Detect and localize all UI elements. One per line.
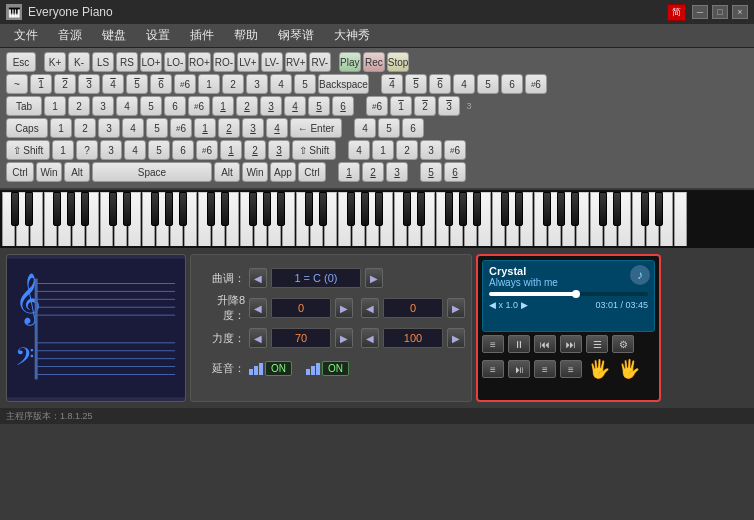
key-r2-3[interactable]: 3 [92, 96, 114, 116]
key-r2-sh6[interactable]: #6 [188, 96, 210, 116]
black-key[interactable] [543, 192, 551, 226]
key-alt-right[interactable]: Alt [214, 162, 240, 182]
key-app[interactable]: App [270, 162, 296, 182]
key-5b[interactable]: 5 [294, 74, 316, 94]
black-key[interactable] [277, 192, 285, 226]
black-key[interactable] [655, 192, 663, 226]
key-r4-rsh6[interactable]: #6 [444, 140, 466, 160]
key-r4-6[interactable]: 6 [172, 140, 194, 160]
key-rsh6[interactable]: #6 [525, 74, 547, 94]
black-key[interactable] [109, 192, 117, 226]
key-r5b[interactable]: 5 [477, 74, 499, 94]
key-alt-left[interactable]: Alt [64, 162, 90, 182]
black-key[interactable] [375, 192, 383, 226]
key-r3-4b[interactable]: 4 [266, 118, 288, 138]
black-key[interactable] [53, 192, 61, 226]
key-lvminus[interactable]: LV- [261, 52, 283, 72]
key-r4-2b[interactable]: 2 [244, 140, 266, 160]
menu-file[interactable]: 文件 [4, 25, 48, 46]
black-key[interactable] [221, 192, 229, 226]
key-rec[interactable]: Rec [363, 52, 385, 72]
player-pause-btn[interactable]: ⏸ [508, 335, 530, 353]
player-next-btn[interactable]: ⏭ [560, 335, 582, 353]
language-button[interactable]: 简 [667, 4, 686, 21]
key-rs[interactable]: RS [116, 52, 138, 72]
key-4[interactable]: 4 [102, 74, 124, 94]
key-kplus[interactable]: K+ [44, 52, 66, 72]
black-key[interactable] [319, 192, 327, 226]
key-r2-r3[interactable]: 3 [438, 96, 460, 116]
key-r3-1[interactable]: 1 [50, 118, 72, 138]
pitch2-left-arrow[interactable]: ◀ [361, 298, 379, 318]
key-r2-1b[interactable]: 1 [212, 96, 234, 116]
key-r5-2[interactable]: 2 [362, 162, 384, 182]
black-key[interactable] [81, 192, 89, 226]
minimize-button[interactable]: ─ [692, 5, 708, 19]
hand-right-icon[interactable]: 🖐 [616, 356, 642, 382]
player-settings-btn[interactable]: ⚙ [612, 335, 634, 353]
key-r5-6[interactable]: 6 [444, 162, 466, 182]
key-enter[interactable]: ← Enter [290, 118, 342, 138]
key-stop[interactable]: Stop [387, 52, 410, 72]
black-key[interactable] [459, 192, 467, 226]
key-rvplus[interactable]: RV+ [285, 52, 307, 72]
black-key[interactable] [179, 192, 187, 226]
key-r4-3b[interactable]: 3 [268, 140, 290, 160]
key-6[interactable]: 6 [150, 74, 172, 94]
key-r2-2b[interactable]: 2 [236, 96, 258, 116]
black-key[interactable] [473, 192, 481, 226]
key-sh6[interactable]: #6 [174, 74, 196, 94]
key-r2-6[interactable]: 6 [164, 96, 186, 116]
pitch1-left-arrow[interactable]: ◀ [249, 298, 267, 318]
key-1[interactable]: 1 [30, 74, 52, 94]
pitch1-right-arrow[interactable]: ▶ [335, 298, 353, 318]
key-ls[interactable]: LS [92, 52, 114, 72]
key-loplus[interactable]: LO+ [140, 52, 162, 72]
black-key[interactable] [613, 192, 621, 226]
sustain2-on[interactable]: ON [322, 361, 349, 376]
player-menu-btn[interactable]: ≡ [482, 335, 504, 353]
key-left-arrow[interactable]: ◀ [249, 268, 267, 288]
key-right-arrow[interactable]: ▶ [365, 268, 383, 288]
key-r4-5[interactable]: 5 [148, 140, 170, 160]
key-lominus[interactable]: LO- [164, 52, 186, 72]
key-r4[interactable]: 4 [381, 74, 403, 94]
key-r3-2b[interactable]: 2 [218, 118, 240, 138]
key-r2-5[interactable]: 5 [140, 96, 162, 116]
key-r3-r5[interactable]: 5 [378, 118, 400, 138]
key-tab[interactable]: Tab [6, 96, 42, 116]
menu-help[interactable]: 帮助 [224, 25, 268, 46]
black-key[interactable] [165, 192, 173, 226]
key-4b[interactable]: 4 [270, 74, 292, 94]
black-key[interactable] [11, 192, 19, 226]
key-r4-r2[interactable]: 2 [396, 140, 418, 160]
key-shift-left[interactable]: ⇧ Shift [6, 140, 50, 160]
menu-sheet[interactable]: 钢琴谱 [268, 25, 324, 46]
key-r3-sh6[interactable]: #6 [170, 118, 192, 138]
key-r2-4b[interactable]: 4 [284, 96, 306, 116]
key-5[interactable]: 5 [126, 74, 148, 94]
black-key[interactable] [445, 192, 453, 226]
key-r5[interactable]: 5 [405, 74, 427, 94]
black-key[interactable] [515, 192, 523, 226]
black-key[interactable] [123, 192, 131, 226]
key-r5-3[interactable]: 3 [386, 162, 408, 182]
vel2-right-arrow[interactable]: ▶ [447, 328, 465, 348]
key-r6b[interactable]: 6 [501, 74, 523, 94]
key-esc[interactable]: Esc [6, 52, 36, 72]
black-key[interactable] [263, 192, 271, 226]
key-r4-r4[interactable]: 4 [348, 140, 370, 160]
menu-master[interactable]: 大神秀 [324, 25, 380, 46]
key-1b[interactable]: 1 [198, 74, 220, 94]
key-r2-r2[interactable]: 2 [414, 96, 436, 116]
key-win-right[interactable]: Win [242, 162, 268, 182]
key-r2-2[interactable]: 2 [68, 96, 90, 116]
black-key[interactable] [403, 192, 411, 226]
black-key[interactable] [417, 192, 425, 226]
black-key[interactable] [249, 192, 257, 226]
black-key[interactable] [557, 192, 565, 226]
key-r4-r3[interactable]: 3 [420, 140, 442, 160]
key-roplus[interactable]: RO+ [188, 52, 211, 72]
key-r4-q[interactable]: ? [76, 140, 98, 160]
black-key[interactable] [151, 192, 159, 226]
